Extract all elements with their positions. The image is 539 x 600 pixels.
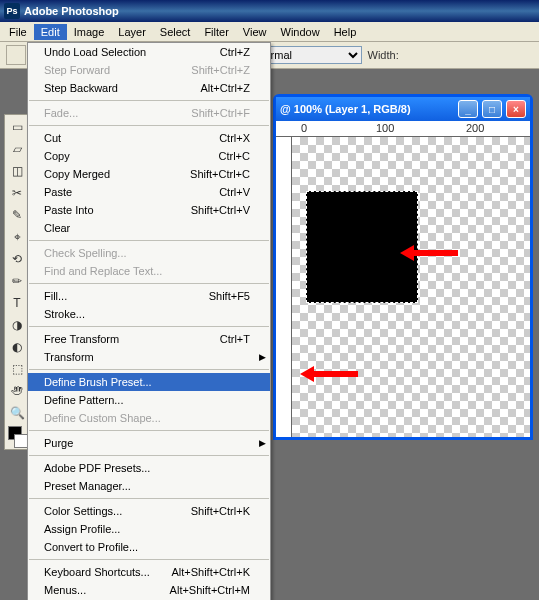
tool-2[interactable]: ◫ — [6, 160, 28, 182]
app-title: Adobe Photoshop — [24, 5, 119, 17]
menu-item-label: Fade... — [44, 107, 78, 119]
edit-menu-define-custom-shape: Define Custom Shape... — [28, 409, 270, 427]
menu-edit[interactable]: Edit — [34, 24, 67, 40]
canvas[interactable] — [292, 137, 530, 437]
annotation-arrow-2 — [300, 364, 360, 384]
edit-menu-copy-merged[interactable]: Copy MergedShift+Ctrl+C — [28, 165, 270, 183]
app-titlebar: Ps Adobe Photoshop — [0, 0, 539, 22]
tool-1[interactable]: ▱ — [6, 138, 28, 160]
menu-separator — [29, 559, 269, 560]
menu-shortcut: Shift+F5 — [209, 290, 250, 302]
menu-item-label: Stroke... — [44, 308, 85, 320]
current-tool-icon[interactable] — [6, 45, 26, 65]
menu-item-label: Step Forward — [44, 64, 110, 76]
menu-item-label: Define Custom Shape... — [44, 412, 161, 424]
edit-menu-fill[interactable]: Fill...Shift+F5 — [28, 287, 270, 305]
tool-6[interactable]: ⟲ — [6, 248, 28, 270]
menu-shortcut: Alt+Shift+Ctrl+M — [170, 584, 250, 596]
menubar: FileEditImageLayerSelectFilterViewWindow… — [0, 22, 539, 42]
tool-5[interactable]: ⌖ — [6, 226, 28, 248]
maximize-button[interactable]: □ — [482, 100, 502, 118]
edit-menu-step-backward[interactable]: Step BackwardAlt+Ctrl+Z — [28, 79, 270, 97]
menu-window[interactable]: Window — [274, 24, 327, 40]
menu-shortcut: Shift+Ctrl+K — [191, 505, 250, 517]
menu-image[interactable]: Image — [67, 24, 112, 40]
edit-menu-dropdown: Undo Load SelectionCtrl+ZStep ForwardShi… — [27, 42, 271, 600]
edit-menu-cut[interactable]: CutCtrl+X — [28, 129, 270, 147]
menu-help[interactable]: Help — [327, 24, 364, 40]
edit-menu-step-forward: Step ForwardShift+Ctrl+Z — [28, 61, 270, 79]
tool-10[interactable]: ◐ — [6, 336, 28, 358]
menu-item-label: Transform — [44, 351, 94, 363]
edit-menu-copy[interactable]: CopyCtrl+C — [28, 147, 270, 165]
annotation-arrow-1 — [400, 243, 460, 263]
submenu-arrow-icon: ▶ — [259, 438, 266, 448]
ruler-horizontal: 0 100 200 — [276, 121, 530, 137]
menu-item-label: Fill... — [44, 290, 67, 302]
tool-7[interactable]: ✏ — [6, 270, 28, 292]
menu-item-label: Copy — [44, 150, 70, 162]
edit-menu-preset-manager[interactable]: Preset Manager... — [28, 477, 270, 495]
menu-item-label: Find and Replace Text... — [44, 265, 162, 277]
menu-item-label: Purge — [44, 437, 73, 449]
edit-menu-clear[interactable]: Clear — [28, 219, 270, 237]
edit-menu-paste[interactable]: PasteCtrl+V — [28, 183, 270, 201]
tool-8[interactable]: T — [6, 292, 28, 314]
edit-menu-fade: Fade...Shift+Ctrl+F — [28, 104, 270, 122]
menu-separator — [29, 283, 269, 284]
menu-shortcut: Shift+Ctrl+F — [191, 107, 250, 119]
menu-shortcut: Ctrl+T — [220, 333, 250, 345]
menu-separator — [29, 430, 269, 431]
tool-9[interactable]: ◑ — [6, 314, 28, 336]
menu-filter[interactable]: Filter — [197, 24, 235, 40]
svg-marker-1 — [300, 366, 358, 382]
menu-shortcut: Ctrl+V — [219, 186, 250, 198]
menu-item-label: Check Spelling... — [44, 247, 127, 259]
menu-separator — [29, 455, 269, 456]
menu-item-label: Preset Manager... — [44, 480, 131, 492]
tool-11[interactable]: ⬚ — [6, 358, 28, 380]
edit-menu-adobe-pdf-presets[interactable]: Adobe PDF Presets... — [28, 459, 270, 477]
document-titlebar[interactable]: @ 100% (Layer 1, RGB/8) _ □ × — [276, 97, 530, 121]
edit-menu-purge[interactable]: Purge▶ — [28, 434, 270, 452]
menu-select[interactable]: Select — [153, 24, 198, 40]
edit-menu-keyboard-shortcuts[interactable]: Keyboard Shortcuts...Alt+Shift+Ctrl+K — [28, 563, 270, 581]
menu-item-label: Assign Profile... — [44, 523, 120, 535]
edit-menu-paste-into[interactable]: Paste IntoShift+Ctrl+V — [28, 201, 270, 219]
edit-menu-convert-to-profile[interactable]: Convert to Profile... — [28, 538, 270, 556]
menu-view[interactable]: View — [236, 24, 274, 40]
edit-menu-color-settings[interactable]: Color Settings...Shift+Ctrl+K — [28, 502, 270, 520]
menu-layer[interactable]: Layer — [111, 24, 153, 40]
menu-shortcut: Alt+Shift+Ctrl+K — [171, 566, 250, 578]
ruler-vertical — [276, 137, 292, 437]
menu-item-label: Paste — [44, 186, 72, 198]
close-button[interactable]: × — [506, 100, 526, 118]
menu-item-label: Step Backward — [44, 82, 118, 94]
menu-item-label: Free Transform — [44, 333, 119, 345]
menu-item-label: Cut — [44, 132, 61, 144]
submenu-arrow-icon: ▶ — [259, 352, 266, 362]
edit-menu-undo-load-selection[interactable]: Undo Load SelectionCtrl+Z — [28, 43, 270, 61]
tool-3[interactable]: ✂ — [6, 182, 28, 204]
menu-item-label: Adobe PDF Presets... — [44, 462, 150, 474]
minimize-button[interactable]: _ — [458, 100, 478, 118]
tool-0[interactable]: ▭ — [6, 116, 28, 138]
edit-menu-check-spelling: Check Spelling... — [28, 244, 270, 262]
tool-4[interactable]: ✎ — [6, 204, 28, 226]
edit-menu-define-brush-preset[interactable]: Define Brush Preset... — [28, 373, 270, 391]
edit-menu-free-transform[interactable]: Free TransformCtrl+T — [28, 330, 270, 348]
edit-menu-transform[interactable]: Transform▶ — [28, 348, 270, 366]
menu-item-label: Undo Load Selection — [44, 46, 146, 58]
menu-shortcut: Shift+Ctrl+C — [190, 168, 250, 180]
edit-menu-menus[interactable]: Menus...Alt+Shift+Ctrl+M — [28, 581, 270, 599]
tool-13[interactable]: 🔍 — [6, 402, 28, 424]
menu-item-label: Color Settings... — [44, 505, 122, 517]
edit-menu-define-pattern[interactable]: Define Pattern... — [28, 391, 270, 409]
menu-item-label: Define Brush Preset... — [44, 376, 152, 388]
menu-shortcut: Alt+Ctrl+Z — [200, 82, 250, 94]
edit-menu-assign-profile[interactable]: Assign Profile... — [28, 520, 270, 538]
background-swatch[interactable] — [14, 434, 28, 448]
menu-file[interactable]: File — [2, 24, 34, 40]
tool-12[interactable]: 🖑 — [6, 380, 28, 402]
edit-menu-stroke[interactable]: Stroke... — [28, 305, 270, 323]
